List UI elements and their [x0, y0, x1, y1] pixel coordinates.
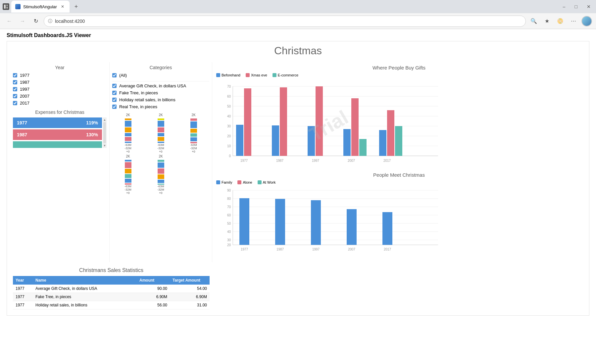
- year-checkbox-1997[interactable]: [13, 87, 17, 91]
- cat-checkbox-faketree[interactable]: [112, 91, 117, 95]
- refresh-button[interactable]: ↻: [30, 16, 41, 26]
- table-row: 1977 Holiday retail sales, in billions 5…: [13, 301, 210, 309]
- profile-avatar[interactable]: [581, 16, 592, 26]
- svg-text:1987: 1987: [276, 159, 284, 162]
- scroll-thumb: [103, 122, 106, 143]
- table-row: 1977 Fake Tree, in pieces 6.90M 6.90M: [13, 293, 210, 301]
- cat-label-all: (All): [119, 73, 127, 78]
- active-tab[interactable]: StimulsoftAngular ✕: [11, 1, 70, 13]
- year-label-1977: 1977: [20, 73, 29, 78]
- where-buy-gifts-title: Where People Buy Gifts: [216, 65, 582, 70]
- year-label-1987: 1987: [20, 80, 29, 85]
- year-label-1997: 1997: [20, 87, 29, 92]
- svg-text:2007: 2007: [348, 248, 356, 251]
- address-bar[interactable]: ⓘ localhost:4200: [44, 16, 526, 27]
- cat-all[interactable]: (All): [112, 73, 209, 78]
- title-bar: StimulsoftAngular ✕ + ‒ □ ✕: [0, 0, 596, 13]
- svg-rect-54: [280, 87, 287, 156]
- cat-checkbox-retailsales[interactable]: [112, 98, 117, 102]
- svg-rect-9: [158, 118, 164, 120]
- left-column: Year 1977 1987 1997: [10, 62, 110, 262]
- back-button[interactable]: ←: [4, 16, 15, 26]
- people-chart-legend: Family Alone At Work: [216, 180, 582, 184]
- svg-rect-29: [158, 168, 164, 174]
- svg-rect-2: [6, 7, 8, 9]
- cat-label-faketree: Fake Tree, in pieces: [119, 90, 158, 95]
- cat-checkbox-giftcheck[interactable]: [112, 84, 117, 88]
- forward-button[interactable]: →: [17, 16, 28, 26]
- svg-text:70: 70: [227, 205, 231, 209]
- svg-rect-15: [190, 118, 197, 121]
- legend-atwork: At Work: [258, 180, 276, 184]
- svg-rect-58: [351, 98, 359, 156]
- svg-rect-89: [347, 209, 357, 245]
- scroll-down-arrow[interactable]: ▼: [103, 144, 106, 147]
- sparkline-2: 2K -63M -32M +0: [145, 113, 176, 153]
- scroll-up-arrow[interactable]: ▲: [103, 118, 106, 121]
- collections-icon[interactable]: 📀: [555, 16, 566, 26]
- more-tools-icon[interactable]: ⋯: [568, 16, 579, 26]
- legend-label-ecommerce: E-commerce: [278, 73, 298, 77]
- expense-year-1977: 1977: [17, 120, 27, 125]
- tab-title: StimulsoftAngular: [23, 4, 57, 9]
- new-tab-button[interactable]: +: [72, 2, 81, 11]
- people-meet-christmas-title: People Meet Christmas: [216, 172, 582, 178]
- cat-label-giftcheck: Average Gift Check, in dollars USA: [119, 83, 186, 88]
- year-checkbox-2007[interactable]: [13, 94, 17, 98]
- expenses-section: Expenses for Christmas 1977 119% 1987 13…: [13, 110, 107, 148]
- year-item-1987[interactable]: 1987: [13, 80, 107, 85]
- year-checkbox-1977[interactable]: [13, 73, 17, 77]
- cat-realtree[interactable]: Real Tree, in pieces: [112, 104, 209, 109]
- favorites-icon[interactable]: ★: [542, 16, 552, 26]
- legend-beforehand: Beforehand: [216, 73, 240, 77]
- col-amount: Amount: [137, 276, 170, 285]
- table-title: Christmans Sales Statistics: [13, 267, 210, 273]
- svg-rect-7: [125, 137, 131, 141]
- cat-label-realtree: Real Tree, in pieces: [119, 104, 157, 109]
- legend-alone: Alone: [237, 180, 252, 184]
- cat-retailsales[interactable]: Holiday retail sales, in billions: [112, 97, 209, 102]
- svg-rect-3: [125, 118, 131, 120]
- cat-checkbox-realtree[interactable]: [112, 105, 117, 109]
- year-item-2017[interactable]: 2017: [13, 101, 107, 106]
- svg-rect-51: [236, 125, 243, 156]
- legend-dot-xmaseve: [246, 73, 250, 77]
- year-item-1977[interactable]: 1977: [13, 73, 107, 78]
- cat-faketree[interactable]: Fake Tree, in pieces: [112, 90, 209, 95]
- svg-text:20: 20: [227, 243, 231, 247]
- svg-text:1977: 1977: [241, 248, 248, 251]
- search-icon[interactable]: 🔍: [528, 16, 539, 26]
- svg-rect-25: [125, 179, 131, 183]
- svg-text:70: 70: [227, 85, 231, 88]
- where-buy-gifts-chart: 0 10 20 30 40 50 60 70: [216, 80, 441, 166]
- svg-text:40: 40: [227, 114, 231, 118]
- maximize-button[interactable]: □: [572, 3, 580, 11]
- cat-giftcheck[interactable]: Average Gift Check, in dollars USA: [112, 83, 209, 88]
- expenses-scrollbar[interactable]: ▲ ▼: [103, 117, 107, 148]
- tab-close-button[interactable]: ✕: [60, 4, 66, 10]
- year-checkbox-2017[interactable]: [13, 101, 17, 105]
- sparkline-1: 2K -63M -32M +0: [112, 113, 144, 153]
- table-row: 1977 Average Gift Check, in dollars USA …: [13, 285, 210, 293]
- cell-name: Average Gift Check, in dollars USA: [33, 285, 137, 293]
- toolbar-actions: 🔍 ★ 📀 ⋯: [528, 16, 592, 26]
- svg-text:80: 80: [227, 197, 231, 201]
- where-buy-gifts-legend: Beforehand Xmas eve E-commerce: [216, 73, 582, 77]
- svg-rect-24: [125, 174, 131, 178]
- close-window-button[interactable]: ✕: [584, 3, 593, 11]
- year-item-2007[interactable]: 2007: [13, 94, 107, 99]
- minimize-button[interactable]: ‒: [560, 3, 568, 11]
- svg-rect-17: [190, 129, 197, 133]
- col-year: Year: [13, 276, 33, 285]
- svg-rect-86: [239, 198, 249, 245]
- legend-ecommerce: E-commerce: [273, 73, 298, 77]
- cat-checkbox-all[interactable]: [112, 73, 117, 77]
- legend-family: Family: [216, 180, 232, 184]
- legend-dot-beforehand: [216, 73, 220, 77]
- svg-text:2017: 2017: [383, 159, 391, 162]
- year-item-1997[interactable]: 1997: [13, 87, 107, 92]
- year-checkbox-1987[interactable]: [13, 80, 17, 84]
- cat-label-retailsales: Holiday retail sales, in billions: [119, 97, 175, 102]
- cell-target: 6.90M: [170, 293, 210, 301]
- legend-xmaseve: Xmas eve: [246, 73, 267, 77]
